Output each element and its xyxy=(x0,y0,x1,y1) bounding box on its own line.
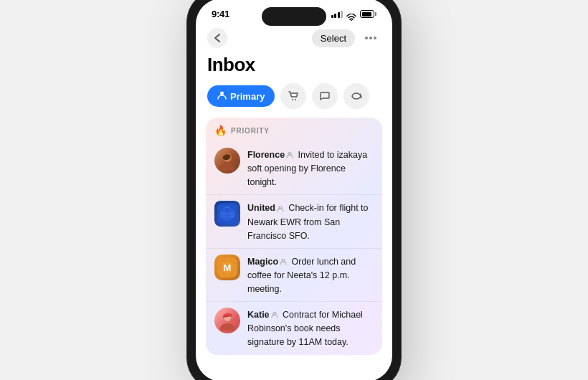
nav-actions: Select xyxy=(312,28,381,48)
sender-tag-icon-united xyxy=(277,206,285,212)
nav-bar: Select xyxy=(196,25,392,54)
message-content-florence: Florence Invited to izakaya soft opening… xyxy=(247,148,374,189)
message-text-florence: Florence Invited to izakaya soft opening… xyxy=(247,150,367,187)
more-button[interactable] xyxy=(361,28,381,48)
priority-header: 🔥 PRIORITY xyxy=(206,125,382,142)
svg-text:M: M xyxy=(224,262,232,273)
svg-rect-15 xyxy=(220,212,234,218)
status-icons xyxy=(331,10,377,18)
svg-point-1 xyxy=(220,92,224,95)
svg-point-0 xyxy=(351,19,352,20)
sender-name-united: United xyxy=(247,203,275,213)
sender-tag-icon xyxy=(286,152,294,158)
sender-tag-icon-katie xyxy=(271,312,279,318)
avatar-united xyxy=(214,201,240,227)
sender-name-magico: Magico xyxy=(247,257,278,267)
person-icon xyxy=(217,90,227,102)
back-button[interactable] xyxy=(207,28,227,48)
message-content-united: United Check-in for flight to Newark EWR… xyxy=(247,201,374,242)
message-row[interactable]: Katie Contract for Michael Robinson's bo… xyxy=(206,301,382,354)
message-row[interactable]: Florence Invited to izakaya soft opening… xyxy=(206,142,382,194)
message-content-katie: Katie Contract for Michael Robinson's bo… xyxy=(247,308,374,348)
battery-icon xyxy=(360,10,376,18)
priority-icon: 🔥 xyxy=(214,125,227,136)
tab-messages[interactable] xyxy=(312,83,338,109)
message-row[interactable]: United Check-in for flight to Newark EWR… xyxy=(206,194,382,247)
message-content-magico: Magico Order lunch and coffee for Neeta'… xyxy=(247,255,374,295)
bottom-fade xyxy=(196,360,392,380)
priority-card: 🔥 PRIORITY Flor xyxy=(206,118,382,355)
signal-icon xyxy=(331,11,343,18)
message-text-katie: Katie Contract for Michael Robinson's bo… xyxy=(247,310,363,347)
tab-shopping[interactable] xyxy=(280,83,306,109)
tab-primary[interactable]: Primary xyxy=(207,85,275,107)
avatar-united-inner xyxy=(214,201,240,227)
svg-point-22 xyxy=(220,323,234,331)
svg-point-2 xyxy=(292,99,293,100)
status-time: 9:41 xyxy=(212,9,229,19)
avatar-katie xyxy=(214,308,240,333)
sender-name-florence: Florence xyxy=(247,150,285,160)
avatar-magico-inner: M xyxy=(214,255,240,280)
inbox-title: Inbox xyxy=(196,54,392,83)
sender-name-katie: Katie xyxy=(247,310,270,320)
filter-tabs: Primary xyxy=(196,83,392,118)
sender-tag-icon-magico xyxy=(280,259,288,265)
dynamic-island xyxy=(262,7,326,26)
avatar-florence xyxy=(214,148,240,174)
message-row[interactable]: M Magico Order lunch and coffee for Neet… xyxy=(206,248,382,301)
select-button[interactable]: Select xyxy=(312,29,355,47)
svg-point-3 xyxy=(295,99,296,100)
svg-point-5 xyxy=(220,163,234,171)
phone: 9:41 xyxy=(186,0,402,380)
message-text-united: United Check-in for flight to Newark EWR… xyxy=(247,203,369,240)
tab-promotions[interactable] xyxy=(343,83,369,109)
wifi-icon xyxy=(346,11,356,18)
message-text-magico: Magico Order lunch and coffee for Neeta'… xyxy=(247,257,356,294)
screen: 9:41 xyxy=(196,0,392,380)
more-dots-icon xyxy=(365,37,376,39)
scene: 9:41 xyxy=(0,0,588,380)
priority-label: PRIORITY xyxy=(231,127,270,135)
tab-primary-label: Primary xyxy=(230,91,265,102)
avatar-magico: M xyxy=(214,255,240,280)
